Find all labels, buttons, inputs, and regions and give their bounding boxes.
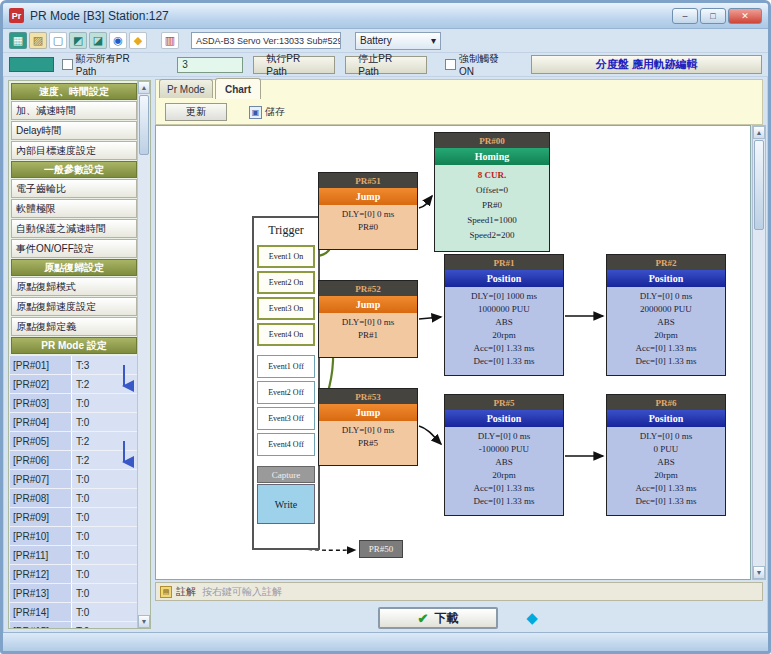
- pr-id: [PR#03]: [10, 394, 72, 412]
- scroll-up-icon[interactable]: ▲: [753, 126, 765, 139]
- servo-state-button[interactable]: [9, 57, 54, 72]
- sidebar-entry[interactable]: 原點復歸模式: [11, 277, 137, 296]
- sidebar-entry[interactable]: 加、減速時間: [11, 101, 137, 120]
- event-off-cell[interactable]: Event2 Off: [257, 381, 315, 404]
- flowchart-canvas[interactable]: Trigger Event1 OnEvent2 OnEvent3 OnEvent…: [155, 125, 751, 580]
- pr-position-block[interactable]: PR#2 Position DLY=[0] 0 ms 2000000 PUU A…: [606, 254, 726, 376]
- scroll-down-icon[interactable]: ▼: [753, 566, 765, 579]
- pr-list-row[interactable]: [PR#04] T:0: [10, 413, 138, 432]
- canvas-scroll-thumb[interactable]: [754, 140, 764, 230]
- pr-homing-block[interactable]: PR#00 Homing 8 CUR.Offset=0 PR#0 Speed1=…: [434, 132, 550, 252]
- write-cell[interactable]: Write: [257, 484, 315, 524]
- pr-number-input[interactable]: [177, 57, 243, 73]
- homing-mode-line: 8 CUR.: [478, 170, 507, 180]
- block-type-label: Jump: [319, 404, 417, 421]
- scroll-up-icon[interactable]: ▲: [138, 81, 150, 94]
- capture-cell[interactable]: Capture: [257, 466, 315, 483]
- help-icon[interactable]: ◉: [109, 32, 127, 49]
- save-chart-label: 儲存: [265, 105, 285, 119]
- force-trigger-checkbox[interactable]: [445, 59, 456, 70]
- event-on-cell[interactable]: Event1 On: [257, 245, 315, 268]
- close-button[interactable]: ✕: [728, 8, 762, 24]
- event-off-cell[interactable]: Event1 Off: [257, 355, 315, 378]
- pr-list-row[interactable]: [PR#03] T:0: [10, 394, 138, 413]
- open-file-icon[interactable]: ▨: [29, 32, 47, 49]
- pr-list-row[interactable]: [PR#08] T:0: [10, 489, 138, 508]
- sidebar-entry[interactable]: 原點復歸速度設定: [11, 297, 137, 316]
- pr-list-row[interactable]: [PR#15] T:0: [10, 622, 138, 629]
- position-grid: PR#1 Position DLY=[0] 1000 ms 1000000 PU…: [444, 254, 726, 516]
- export-icon[interactable]: ◩: [69, 32, 87, 49]
- pr-jump-block[interactable]: PR#52 Jump DLY=[0] 0 ms PR#1: [318, 280, 418, 358]
- tab-chart[interactable]: Chart: [215, 78, 261, 99]
- refresh-chart-button[interactable]: 更新: [165, 103, 227, 121]
- run-pr-button[interactable]: 執行PR Path: [253, 56, 335, 74]
- pr-list-row[interactable]: [PR#07] T:0: [10, 470, 138, 489]
- pr-jump-block[interactable]: PR#51 Jump DLY=[0] 0 ms PR#0: [318, 172, 418, 250]
- stop-pr-button[interactable]: 停止PR Path: [345, 56, 427, 74]
- block-id: PR#2: [607, 255, 725, 270]
- sidebar-entry[interactable]: 內部目標速度設定: [11, 141, 137, 160]
- mode-dropdown-value: Battery: [360, 35, 392, 46]
- pr-list-row[interactable]: [PR#14] T:0: [10, 603, 138, 622]
- pr-list-row[interactable]: [PR#06] T:2: [10, 451, 138, 470]
- sidebar-entry[interactable]: Delay時間: [11, 121, 137, 140]
- block-id: PR#00: [435, 133, 549, 148]
- homing-lines: Offset=0 PR#0 Speed1=1000 Speed2=200: [435, 183, 549, 243]
- report-icon[interactable]: ▥: [161, 32, 179, 49]
- download-button[interactable]: ✔ 下載: [378, 607, 498, 629]
- event-off-cell[interactable]: Event4 Off: [257, 433, 315, 456]
- sidebar-entry[interactable]: 電子齒輪比: [11, 179, 137, 198]
- pr-position-block[interactable]: PR#5 Position DLY=[0] 0 ms -100000 PUU A…: [444, 394, 564, 516]
- pr-list-row[interactable]: [PR#12] T:0: [10, 565, 138, 584]
- scroll-down-icon[interactable]: ▼: [138, 615, 150, 628]
- alert-icon[interactable]: ◆: [129, 32, 147, 49]
- event-on-cell[interactable]: Event2 On: [257, 271, 315, 294]
- pr-list-row[interactable]: [PR#10] T:0: [10, 527, 138, 546]
- pr-jump-block[interactable]: PR#53 Jump DLY=[0] 0 ms PR#5: [318, 388, 418, 466]
- pr-list-row[interactable]: [PR#01] T:3: [10, 356, 138, 375]
- canvas-scrollbar[interactable]: ▲ ▼: [752, 125, 766, 580]
- pr-type-value: T:0: [72, 622, 138, 629]
- sidebar-scroll-thumb[interactable]: [139, 95, 149, 155]
- sidebar-entry: 一般參數設定: [11, 161, 137, 178]
- pr-type-value: T:0: [72, 470, 138, 488]
- event-off-cell[interactable]: Event3 Off: [257, 407, 315, 430]
- app-icon: Pr: [9, 8, 24, 23]
- show-all-checkbox[interactable]: [62, 59, 73, 70]
- pr-list-row[interactable]: [PR#11] T:0: [10, 546, 138, 565]
- index-editor-button[interactable]: 分度盤 應用軌跡編輯: [531, 55, 762, 74]
- pr-list-row[interactable]: [PR#13] T:0: [10, 584, 138, 603]
- pr50-block[interactable]: PR#50: [359, 540, 403, 558]
- block-type-label: Homing: [435, 148, 549, 165]
- block-type-label: Position: [445, 270, 563, 287]
- import-icon[interactable]: ◪: [89, 32, 107, 49]
- pr-list-row[interactable]: [PR#02] T:2: [10, 375, 138, 394]
- pr-position-block[interactable]: PR#1 Position DLY=[0] 1000 ms 1000000 PU…: [444, 254, 564, 376]
- tab-pr-mode[interactable]: Pr Mode: [159, 79, 213, 98]
- minimize-button[interactable]: –: [672, 8, 698, 24]
- event-on-cell[interactable]: Event4 On: [257, 323, 315, 346]
- new-file-icon[interactable]: ▢: [49, 32, 67, 49]
- sidebar-entry[interactable]: 自動保護之減速時間: [11, 219, 137, 238]
- mode-dropdown[interactable]: Battery ▾: [355, 32, 441, 50]
- pr-list-row[interactable]: [PR#05] T:2: [10, 432, 138, 451]
- maximize-button[interactable]: □: [700, 8, 726, 24]
- trigger-title: Trigger: [254, 218, 318, 242]
- pr-id: [PR#02]: [10, 375, 72, 393]
- save-chart-button[interactable]: ▣ 儲存: [249, 104, 285, 120]
- pr-type-value: T:2: [72, 375, 138, 393]
- pr-position-block[interactable]: PR#6 Position DLY=[0] 0 ms 0 PUU ABS 20r…: [606, 394, 726, 516]
- sidebar-entry[interactable]: 原點復歸定義: [11, 317, 137, 336]
- show-all-label: 顯示所有PR Path: [76, 52, 151, 77]
- pr-id: [PR#01]: [10, 356, 72, 374]
- delta-logo-icon: ◆: [524, 610, 540, 626]
- sidebar-scrollbar[interactable]: ▲ ▼: [137, 81, 150, 628]
- pr-list-row[interactable]: [PR#09] T:0: [10, 508, 138, 527]
- sidebar-entry[interactable]: 軟體極限: [11, 199, 137, 218]
- event-on-cell[interactable]: Event3 On: [257, 297, 315, 320]
- window-title: PR Mode [B3] Station:127: [30, 9, 672, 23]
- online-icon[interactable]: ▦: [9, 32, 27, 49]
- sidebar-entry[interactable]: 事件ON/OFF設定: [11, 239, 137, 258]
- comment-bar[interactable]: ▤ 註解 按右鍵可輸入註解: [155, 582, 763, 601]
